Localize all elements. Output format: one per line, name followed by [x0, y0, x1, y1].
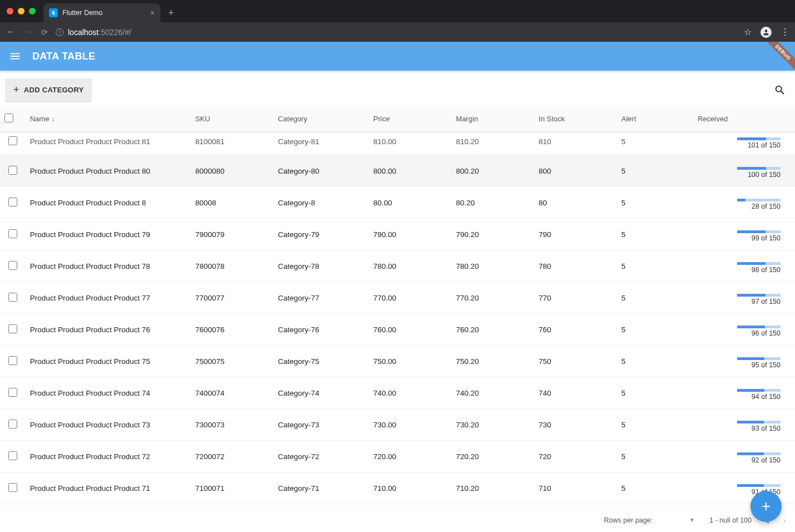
forward-button[interactable]: →	[23, 26, 33, 38]
table-row[interactable]: Product Product Product Product 73730007…	[0, 409, 795, 441]
table-row[interactable]: Product Product Product Product 77770007…	[0, 282, 795, 314]
header-instock[interactable]: In Stock	[534, 106, 617, 132]
cell-margin: 760.20	[452, 314, 534, 346]
cell-category: Category-77	[273, 282, 369, 314]
cell-margin: 790.20	[452, 219, 534, 250]
row-checkbox[interactable]	[8, 420, 17, 428]
fab-add-button[interactable]: +	[750, 491, 782, 522]
row-checkbox[interactable]	[8, 136, 17, 145]
table-row[interactable]: Product Product Product Product 75750007…	[0, 346, 795, 377]
menu-icon[interactable]	[9, 50, 21, 62]
cell-name: Product Product Product Product 73	[26, 409, 191, 441]
table-row[interactable]: Product Product Product Product 81810008…	[0, 132, 795, 155]
header-received[interactable]: Received	[693, 106, 795, 132]
new-tab-button[interactable]: +	[168, 7, 174, 19]
reload-button[interactable]: ⟳	[41, 28, 48, 37]
received-label: 99 of 150	[752, 234, 781, 242]
table-row[interactable]: Product Product Product Product 71710007…	[0, 472, 795, 504]
row-checkbox[interactable]	[8, 293, 17, 302]
row-checkbox[interactable]	[8, 451, 17, 460]
bookmark-star-icon[interactable]: ☆	[744, 27, 752, 37]
table-row[interactable]: Product Product Product Product 74740007…	[0, 377, 795, 409]
row-checkbox[interactable]	[8, 356, 17, 365]
cell-margin: 710.20	[452, 472, 534, 504]
cell-category: Category-71	[273, 472, 369, 504]
received-label: 94 of 150	[752, 393, 781, 401]
tab-close-icon[interactable]: ×	[150, 8, 155, 17]
rows-per-page-select[interactable]: ▼	[667, 517, 695, 524]
address-bar[interactable]: i localhost:50226/#/	[56, 28, 736, 37]
cell-name: Product Product Product Product 76	[26, 314, 191, 346]
cell-received: 101 of 150	[693, 132, 795, 155]
cell-alert: 5	[617, 377, 693, 409]
cell-received: 92 of 150	[693, 441, 795, 472]
close-window-icon[interactable]	[7, 8, 13, 14]
received-label: 95 of 150	[752, 361, 781, 369]
add-category-button[interactable]: + ADD CATEGORY	[6, 78, 91, 101]
row-checkbox[interactable]	[8, 261, 17, 270]
plus-icon: +	[762, 497, 771, 515]
minimize-window-icon[interactable]	[18, 8, 24, 14]
plus-icon: +	[13, 84, 19, 96]
header-sku[interactable]: SKU	[191, 106, 274, 132]
table-row[interactable]: Product Product Product Product 72720007…	[0, 441, 795, 472]
received-progress	[737, 294, 781, 297]
cell-sku: 8000080	[191, 155, 274, 187]
row-checkbox[interactable]	[8, 198, 17, 206]
received-progress	[737, 452, 781, 455]
received-label: 100 of 150	[748, 171, 781, 179]
table-row[interactable]: Product Product Product Product 79790007…	[0, 219, 795, 250]
header-alert[interactable]: Alert	[617, 106, 693, 132]
back-button[interactable]: ←	[6, 26, 16, 38]
svg-point-0	[765, 29, 768, 32]
cell-alert: 5	[617, 219, 693, 250]
site-info-icon[interactable]: i	[56, 28, 63, 36]
cell-received: 28 of 150	[693, 187, 795, 219]
cell-price: 770.00	[369, 282, 452, 314]
cell-margin: 800.20	[452, 155, 534, 187]
cell-category: Category-75	[273, 346, 369, 377]
table-row[interactable]: Product Product Product Product 76760007…	[0, 314, 795, 346]
cell-name: Product Product Product Product 80	[26, 155, 191, 187]
received-label: 101 of 150	[748, 141, 781, 149]
browser-chrome: Flutter Demo × + ← → ⟳ i localhost:50226…	[0, 0, 795, 42]
table-row[interactable]: Product Product Product Product 80800008…	[0, 155, 795, 187]
flutter-favicon-icon	[49, 8, 58, 17]
received-label: 93 of 150	[752, 425, 781, 432]
maximize-window-icon[interactable]	[29, 8, 36, 14]
received-progress	[737, 199, 781, 201]
row-checkbox[interactable]	[8, 229, 17, 238]
header-name[interactable]: Name ↓	[26, 106, 191, 132]
search-icon[interactable]	[774, 84, 786, 96]
cell-price: 760.00	[369, 314, 452, 346]
cell-name: Product Product Product Product 79	[26, 219, 191, 250]
browser-menu-icon[interactable]: ⋮	[781, 27, 789, 37]
table-row[interactable]: Product Product Product Product 78780007…	[0, 250, 795, 282]
cell-alert: 5	[617, 282, 693, 314]
row-checkbox[interactable]	[8, 166, 17, 175]
cell-instock: 710	[534, 472, 617, 504]
next-page-button[interactable]: ›	[783, 515, 786, 526]
row-checkbox[interactable]	[8, 388, 17, 397]
cell-instock: 810	[534, 132, 617, 155]
row-checkbox[interactable]	[8, 324, 17, 333]
browser-tab[interactable]: Flutter Demo ×	[43, 3, 160, 22]
received-label: 28 of 150	[752, 203, 781, 210]
debug-banner: DEBUG	[762, 42, 795, 75]
window-controls	[7, 8, 36, 14]
cell-margin: 720.20	[452, 441, 534, 472]
header-category[interactable]: Category	[273, 106, 369, 132]
row-checkbox[interactable]	[8, 483, 17, 492]
action-bar: + ADD CATEGORY	[0, 71, 795, 106]
profile-avatar-icon[interactable]	[760, 27, 772, 38]
header-margin[interactable]: Margin	[452, 106, 534, 132]
cell-price: 810.00	[369, 132, 452, 155]
header-price[interactable]: Price	[369, 106, 452, 132]
cell-price: 750.00	[369, 346, 452, 377]
cell-sku: 7700077	[191, 282, 274, 314]
cell-category: Category-78	[273, 250, 369, 282]
select-all-checkbox[interactable]	[4, 114, 13, 122]
table-row[interactable]: Product Product Product Product 880008Ca…	[0, 187, 795, 219]
cell-margin: 810.20	[452, 132, 534, 155]
cell-received: 93 of 150	[693, 409, 795, 441]
